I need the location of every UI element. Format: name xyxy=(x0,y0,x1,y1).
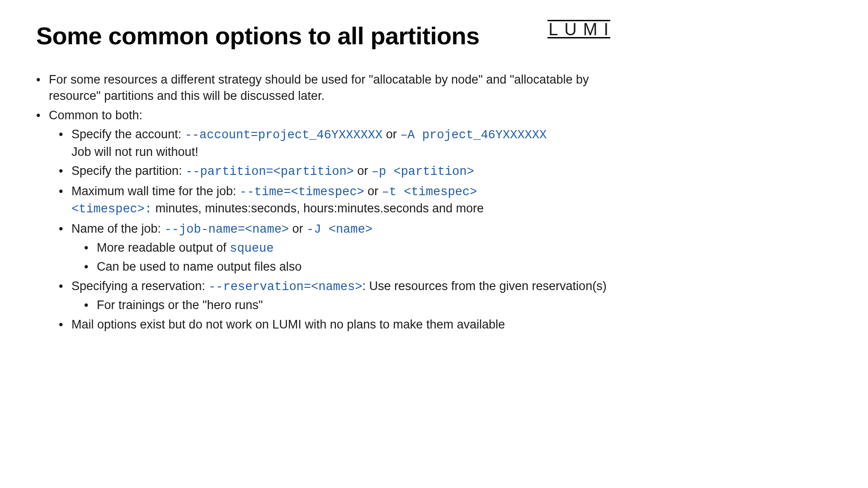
bullet-partition: Specify the partition: --partition=<part… xyxy=(71,163,615,180)
bullet-mail: Mail options exist but do not work on LU… xyxy=(71,316,615,333)
reservation-sublist: For trainings or the "hero runs" xyxy=(71,297,615,313)
bullet-common-text: Common to both: xyxy=(49,108,142,122)
reservation-code1: --reservation=<names> xyxy=(208,280,362,294)
lumi-logo: LUMI xyxy=(548,19,615,40)
time-prefix: Maximum wall time for the job: xyxy=(71,184,240,198)
slide-header: Some common options to all partitions LU… xyxy=(36,22,615,50)
account-sub: Job will not run without! xyxy=(71,144,615,160)
jobname-sub1-prefix: More readable output of xyxy=(97,241,230,254)
jobname-sub2: Can be used to name output files also xyxy=(97,258,615,275)
jobname-sublist: More readable output of squeue Can be us… xyxy=(71,239,615,275)
reservation-suffix: : Use resources from the given reservati… xyxy=(362,279,606,293)
bullet-reservation: Specifying a reservation: --reservation=… xyxy=(71,278,615,314)
reservation-prefix: Specifying a reservation: xyxy=(71,279,208,293)
account-mid: or xyxy=(382,127,400,141)
partition-code1: --partition=<partition> xyxy=(185,165,354,178)
jobname-sub1: More readable output of squeue xyxy=(97,239,615,257)
bullet-common: Common to both: Specify the account: --a… xyxy=(49,107,615,333)
jobname-mid: or xyxy=(289,222,307,235)
bullet-intro: For some resources a different strategy … xyxy=(49,71,615,104)
bullet-list-level1: For some resources a different strategy … xyxy=(36,71,615,333)
partition-prefix: Specify the partition: xyxy=(71,164,185,178)
account-code1: --account=project_46YXXXXXX xyxy=(185,128,382,142)
bullet-list-level2: Specify the account: --account=project_4… xyxy=(49,126,615,333)
account-code2: –A project_46YXXXXXX xyxy=(400,128,547,142)
time-code1: --time=<timespec> xyxy=(240,185,364,199)
bullet-account: Specify the account: --account=project_4… xyxy=(71,126,615,160)
jobname-sub1-code: squeue xyxy=(230,242,274,255)
time-code2: –t <timespec> xyxy=(382,185,477,199)
partition-mid: or xyxy=(354,164,372,178)
account-prefix: Specify the account: xyxy=(71,127,185,141)
bullet-jobname: Name of the job: --job-name=<name> or -J… xyxy=(71,221,615,275)
presentation-slide: Some common options to all partitions LU… xyxy=(0,0,651,366)
slide-content: For some resources a different strategy … xyxy=(36,71,615,333)
partition-code2: –p <partition> xyxy=(372,165,474,178)
reservation-sub1: For trainings or the "hero runs" xyxy=(97,297,615,313)
slide-title: Some common options to all partitions xyxy=(36,22,480,50)
jobname-code2: -J <name> xyxy=(307,223,373,236)
jobname-prefix: Name of the job: xyxy=(71,222,165,235)
time-sub-code: <timespec>: xyxy=(71,202,152,216)
time-sub-text: minutes, minutes:seconds, hours:minutes.… xyxy=(152,202,484,215)
bullet-time: Maximum wall time for the job: --time=<t… xyxy=(71,183,615,218)
time-mid: or xyxy=(364,184,382,198)
jobname-code1: --job-name=<name> xyxy=(165,223,289,236)
time-sub: <timespec>: minutes, minutes:seconds, ho… xyxy=(71,200,615,217)
